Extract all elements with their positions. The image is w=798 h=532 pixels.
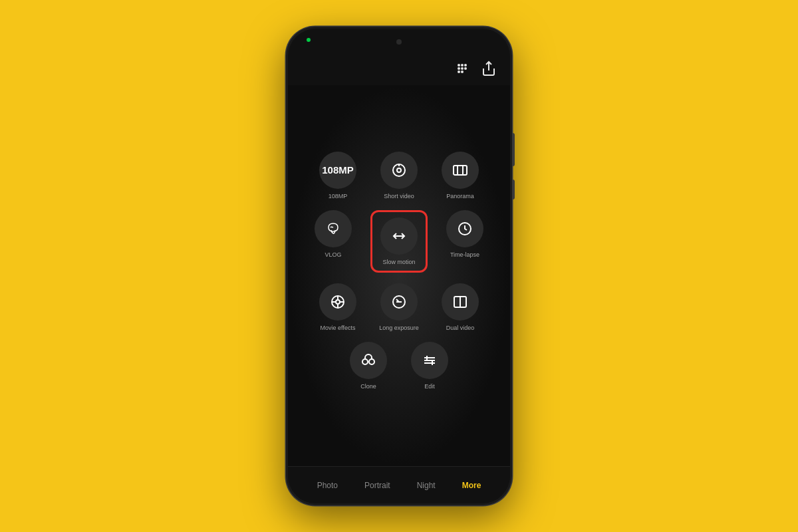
mode-panorama[interactable]: Panorama [436,152,484,200]
svg-point-0 [458,64,460,66]
nav-portrait[interactable]: Portrait [360,478,394,493]
svg-rect-12 [454,166,467,175]
mode-clone-label: Clone [360,383,376,390]
mode-edit-icon [411,342,448,379]
mode-dual-video-icon [442,283,479,321]
mode-vlog-label: VLOG [325,251,341,258]
mode-108mp-icon: 108MP [319,152,356,189]
mode-edit[interactable]: Edit [406,342,454,390]
nav-more[interactable]: More [458,478,485,493]
grid-row-4: Clone Edit [344,342,454,390]
grid-row-3: Movie effects Long exposure [314,283,484,331]
mode-movie-effects-label: Movie effects [321,325,356,331]
green-indicator [307,38,311,42]
mode-panorama-label: Panorama [446,193,474,200]
svg-point-7 [461,70,464,73]
svg-rect-24 [362,359,368,364]
mode-clone[interactable]: Clone [344,342,392,390]
mode-long-exposure-icon [380,283,418,321]
grid-row-1: 108MP 108MP Short video [314,152,484,200]
status-bar [288,29,510,55]
svg-point-2 [464,64,467,66]
mode-long-exposure[interactable]: Long exposure [375,283,423,331]
svg-point-16 [336,300,340,304]
mode-clone-icon [350,342,387,379]
svg-point-5 [464,67,467,70]
svg-rect-13 [458,166,463,175]
mode-short-video-icon [380,152,418,189]
mode-slow-motion-label: Slow motion [382,259,415,265]
108mp-text: 108MP [322,164,354,176]
nav-photo[interactable]: Photo [313,478,342,493]
apps-grid-icon[interactable] [454,61,470,80]
mode-108mp[interactable]: 108MP 108MP [314,152,362,200]
mode-movie-effects[interactable]: Movie effects [314,283,362,331]
top-controls [288,55,510,85]
svg-point-3 [458,67,460,70]
mode-vlog[interactable]: VLOG [309,210,357,273]
mode-time-lapse[interactable]: Time-lapse [441,210,489,273]
share-icon[interactable] [481,61,497,80]
camera-sensor [396,39,402,45]
svg-rect-25 [369,359,374,364]
mode-short-video[interactable]: Short video [375,152,423,200]
mode-long-exposure-label: Long exposure [379,325,419,331]
grid-row-2: VLOG Slow motion [309,210,489,273]
mode-dual-video[interactable]: Dual video [436,283,484,331]
bottom-nav: Photo Portrait Night More [288,466,510,503]
phone-frame: 108MP 108MP Short video [286,27,512,505]
nav-night[interactable]: Night [413,478,440,493]
svg-point-4 [461,67,464,70]
mode-vlog-icon [315,210,352,247]
mode-short-video-label: Short video [384,193,414,200]
mode-panorama-icon [442,152,479,189]
mode-edit-label: Edit [424,383,435,390]
phone-screen: 108MP 108MP Short video [288,29,510,503]
mode-time-lapse-icon [446,210,483,247]
mode-time-lapse-label: Time-lapse [450,251,479,258]
mode-movie-effects-icon [319,283,356,321]
mode-slow-motion[interactable]: Slow motion [370,210,428,273]
mode-dual-video-label: Dual video [446,325,475,331]
svg-point-6 [458,70,460,73]
mode-108mp-label: 108MP [329,193,348,200]
power-button[interactable] [512,180,515,200]
svg-point-10 [397,168,401,172]
volume-button[interactable] [512,133,515,166]
camera-modes-grid: 108MP 108MP Short video [288,85,510,466]
svg-point-1 [461,64,464,66]
mode-slow-motion-icon [380,217,418,255]
